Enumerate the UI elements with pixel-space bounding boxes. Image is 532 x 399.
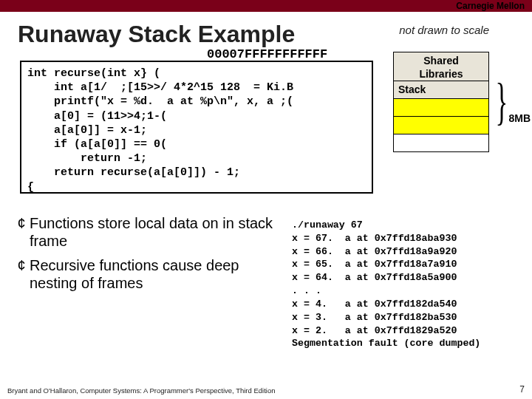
- bullet-item: ¢ Recursive functions cause deep nesting…: [13, 256, 287, 293]
- bullet-icon: ¢: [13, 214, 30, 232]
- stack-size-label: 8MB: [508, 112, 531, 124]
- top-address-label: 00007FFFFFFFFFFF: [207, 47, 327, 61]
- mem-shared-libraries: Shared Libraries: [393, 52, 489, 81]
- mem-stack-label: Stack: [393, 81, 489, 99]
- bullet-item: ¢ Functions store local data on in stack…: [13, 214, 287, 250]
- slide-title: Runaway Stack Example: [18, 21, 295, 48]
- institution-label: Carnegie Mellon: [456, 1, 525, 11]
- bullet-icon: ¢: [13, 256, 30, 274]
- bullet-text: Recursive functions cause deep nesting o…: [30, 256, 287, 293]
- brace-icon: }: [496, 81, 508, 123]
- mem-stack-region-2: [393, 117, 489, 134]
- scale-note: not drawn to scale: [399, 24, 489, 36]
- footer-citation: Bryant and O'Hallaron, Computer Systems:…: [7, 386, 276, 395]
- terminal-output: ./runaway 67 x = 67. a at 0x7ffd18aba930…: [292, 219, 508, 350]
- top-bar: [0, 0, 532, 12]
- bullet-text: Functions store local data on in stack f…: [30, 214, 287, 250]
- memory-diagram: Shared Libraries Stack: [393, 52, 489, 152]
- mem-empty-region: [393, 134, 489, 152]
- page-number: 7: [519, 384, 525, 395]
- code-listing: int recurse(int x} ( int a[1/ ;[15>>/ 4*…: [20, 61, 373, 194]
- mem-stack-region-1: [393, 99, 489, 117]
- bullet-list: ¢ Functions store local data on in stack…: [13, 214, 287, 299]
- slide: Carnegie Mellon Runaway Stack Example no…: [0, 0, 532, 399]
